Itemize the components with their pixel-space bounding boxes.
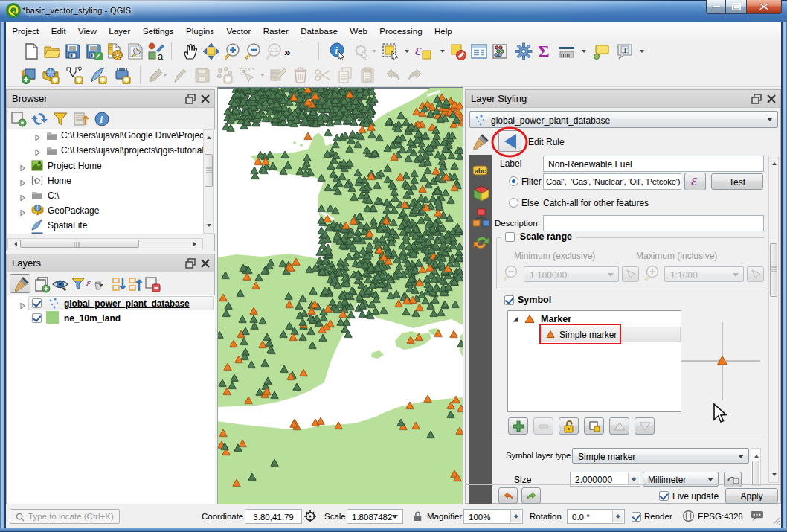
svg-text:ε: ε <box>415 42 422 59</box>
svg-text:i: i <box>100 114 103 125</box>
svg-text:i: i <box>335 45 338 56</box>
svg-text:ε: ε <box>86 277 91 289</box>
svg-text:a: a <box>158 51 164 60</box>
svg-text:T: T <box>623 45 628 54</box>
svg-text:1:1: 1:1 <box>270 46 279 54</box>
svg-text:abc: abc <box>475 167 486 175</box>
svg-text:Σ: Σ <box>538 42 550 60</box>
